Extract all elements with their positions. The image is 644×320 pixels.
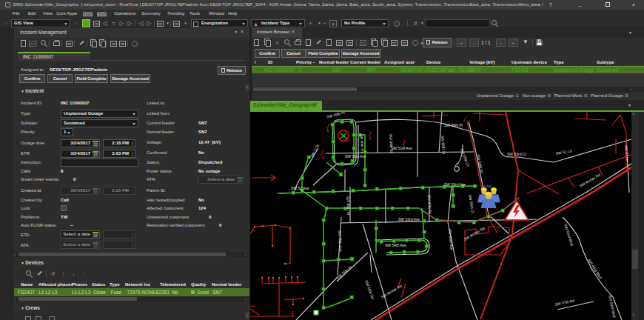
svg-text:SW Archer Rd: SW Archer Rd xyxy=(579,173,602,188)
svg-text:SW 51 Ln: SW 51 Ln xyxy=(555,148,572,156)
svg-text:INC 11000007: INC 11000007 xyxy=(505,219,524,222)
svg-text:SW 60th Ter: SW 60th Ter xyxy=(360,134,364,153)
svg-text:SW 52 Ave: SW 52 Ave xyxy=(291,186,309,190)
svg-text:SW 49th Pl: SW 49th Pl xyxy=(444,123,463,127)
svg-text:SW 70th Ave: SW 70th Ave xyxy=(338,230,343,252)
svg-text:SW 54th Ave: SW 54th Ave xyxy=(385,243,406,247)
svg-text:SW 66th Ave: SW 66th Ave xyxy=(448,229,455,250)
svg-text:SW 66th Ter: SW 66th Ter xyxy=(364,279,375,300)
svg-text:SW 64th St: SW 64th St xyxy=(476,154,484,174)
svg-text:SW Archer Rd: SW Archer Rd xyxy=(380,284,403,299)
svg-text:SW 68th St: SW 68th St xyxy=(389,134,394,153)
svg-text:SW 69th St: SW 69th St xyxy=(346,196,351,216)
svg-text:SW 51st Ave: SW 51st Ave xyxy=(345,154,366,159)
svg-text:SW 49th Pl: SW 49th Pl xyxy=(326,112,346,119)
svg-text:SW 53rd Ave: SW 53rd Ave xyxy=(444,182,466,187)
svg-text:SW 51 Ln: SW 51 Ln xyxy=(624,145,630,162)
svg-text:SW 63rd Blvd: SW 63rd Blvd xyxy=(587,258,603,279)
svg-text:SW 65th Ct: SW 65th Ct xyxy=(468,194,475,214)
svg-text:SW 63rd Blvd: SW 63rd Blvd xyxy=(563,223,574,246)
svg-text:SW 63rd Ct: SW 63rd Ct xyxy=(507,152,526,156)
svg-text:SW 67th St: SW 67th St xyxy=(427,195,432,214)
svg-text:SW 53rd Ave: SW 53rd Ave xyxy=(398,217,420,221)
svg-text:SW 71 St: SW 71 St xyxy=(309,143,320,158)
svg-text:SW 57th Rd: SW 57th Rd xyxy=(554,298,575,307)
svg-text:SW 63rd Blvd: SW 63rd Blvd xyxy=(608,295,617,318)
